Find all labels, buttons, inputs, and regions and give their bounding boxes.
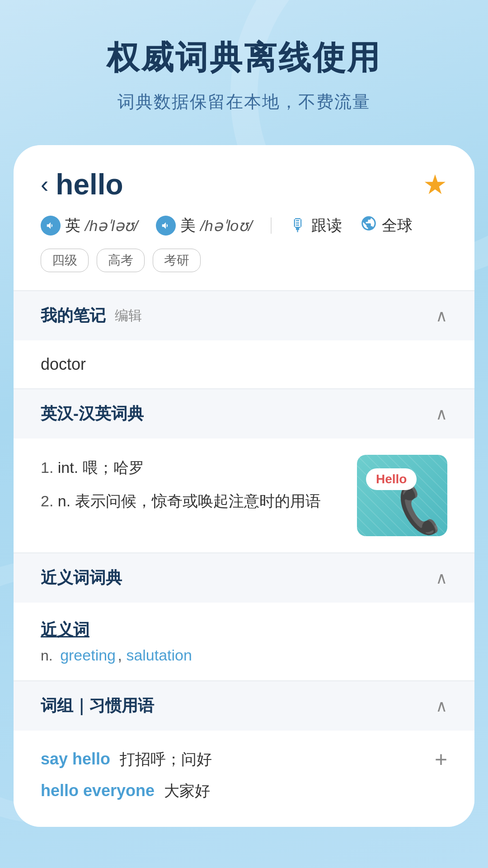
back-button[interactable]: ‹ [41, 173, 48, 196]
global-label: 全球 [382, 215, 413, 236]
synonyms-content: 近义词 n. greeting , salutation [14, 603, 474, 680]
synonyms-title: 近义词词典 [41, 567, 122, 589]
tags-row: 四级 高考 考研 [41, 249, 447, 272]
synonyms-chevron-icon: ∧ [436, 569, 447, 588]
header-subtitle: 词典数据保留在本地，不费流量 [27, 90, 461, 113]
dictionary-section-header[interactable]: 英汉-汉英词典 ∧ [14, 389, 474, 439]
american-ipa: /həˈloʊ/ [200, 217, 252, 235]
phrases-content: say hello 打招呼；问好 + hello everyone 大家好 [14, 731, 474, 827]
synonym-pos-label: n. [41, 647, 53, 664]
british-phonetic-button[interactable]: 英 /həˈləʊ/ [41, 215, 138, 236]
phonetic-divider [271, 217, 272, 234]
phrase-chinese-1: 打招呼；问好 [120, 750, 212, 768]
entry-num-2: 2. [41, 492, 58, 509]
dict-entries: 1. int. 喂；哈罗 2. n. 表示问候，惊奇或唤起注意时的用语 Hell… [41, 455, 447, 536]
favorite-star-button[interactable]: ★ [423, 169, 447, 200]
synonym-link-greeting[interactable]: greeting [60, 646, 116, 664]
word-header: ‹ hello ★ 英 /həˈləʊ/ [14, 145, 474, 290]
american-phonetic-button[interactable]: 美 /həˈloʊ/ [156, 215, 252, 236]
dictionary-image: Hello 📞 [357, 455, 447, 536]
tag-gaokao: 高考 [97, 249, 145, 272]
word-display: hello [56, 168, 123, 201]
phrase-text-2: hello everyone 大家好 [41, 781, 210, 802]
entry-num-1: 1. [41, 459, 58, 476]
mic-icon: 🎙 [290, 216, 307, 235]
word-nav: ‹ hello [41, 168, 123, 201]
main-card: ‹ hello ★ 英 /həˈləʊ/ [14, 145, 474, 827]
phrase-english-1[interactable]: say hello [41, 750, 110, 768]
notes-content: doctor [14, 340, 474, 388]
header-title: 权威词典离线使用 [27, 36, 461, 80]
british-label: 英 [65, 215, 80, 236]
phrase-chinese-2: 大家好 [164, 782, 210, 799]
notes-chevron-icon: ∧ [436, 307, 447, 326]
phrase-text-1: say hello 打招呼；问好 [41, 749, 212, 770]
phrase-item-2: hello everyone 大家好 [41, 781, 447, 802]
synonyms-section-header[interactable]: 近义词词典 ∧ [14, 553, 474, 603]
follow-read-label: 跟读 [311, 215, 342, 236]
entry-pos-1: int. [58, 459, 83, 476]
header-section: 权威词典离线使用 词典数据保留在本地，不费流量 [0, 0, 488, 132]
entry-pos-2: n. [58, 492, 75, 509]
dict-entry-2: 2. n. 表示问候，惊奇或唤起注意时的用语 [41, 488, 348, 514]
phrases-section-header[interactable]: 词组｜习惯用语 ∧ [14, 681, 474, 731]
word-title-row: ‹ hello ★ [41, 168, 447, 201]
synonym-entries: n. greeting , salutation [41, 646, 447, 664]
american-label: 美 [180, 215, 196, 236]
dictionary-content: 1. int. 喂；哈罗 2. n. 表示问候，惊奇或唤起注意时的用语 Hell… [14, 439, 474, 552]
entry-def-2: 表示问候，惊奇或唤起注意时的用语 [75, 492, 321, 509]
tag-postgrad: 考研 [153, 249, 201, 272]
hello-bubble: Hello [366, 468, 417, 490]
dictionary-title: 英汉-汉英词典 [41, 403, 144, 425]
synonym-links: greeting , salutation [60, 654, 192, 662]
british-speaker-icon [41, 216, 61, 236]
phonetic-row: 英 /həˈləʊ/ 美 /həˈloʊ/ 🎙 跟读 [41, 215, 447, 236]
american-speaker-icon [156, 216, 176, 236]
phrase-add-button-1[interactable]: + [435, 747, 447, 772]
tag-cet4: 四级 [41, 249, 89, 272]
phrases-title: 词组｜习惯用语 [41, 695, 154, 717]
follow-read-button[interactable]: 🎙 跟读 [290, 215, 342, 236]
entry-def-1: 喂；哈罗 [83, 459, 144, 476]
phrases-chevron-icon: ∧ [436, 697, 447, 716]
synonym-comma: , [117, 646, 126, 664]
dict-text: 1. int. 喂；哈罗 2. n. 表示问候，惊奇或唤起注意时的用语 [41, 455, 348, 522]
british-ipa: /həˈləʊ/ [85, 217, 138, 235]
global-icon [360, 215, 377, 236]
phrase-item-1: say hello 打招呼；问好 + [41, 747, 447, 772]
notes-section-header[interactable]: 我的笔记 编辑 ∧ [14, 291, 474, 340]
notes-title: 我的笔记 [41, 305, 106, 327]
notes-title-row: 我的笔记 编辑 [41, 305, 142, 327]
notes-edit-button[interactable]: 编辑 [115, 307, 142, 325]
synonym-subtitle: 近义词 [41, 619, 447, 641]
phrase-english-2[interactable]: hello everyone [41, 781, 155, 800]
global-button[interactable]: 全球 [360, 215, 413, 236]
dict-entry-1: 1. int. 喂；哈罗 [41, 455, 348, 481]
dictionary-chevron-icon: ∧ [436, 405, 447, 424]
synonym-link-salutation[interactable]: salutation [126, 646, 192, 664]
note-text: doctor [41, 355, 86, 373]
